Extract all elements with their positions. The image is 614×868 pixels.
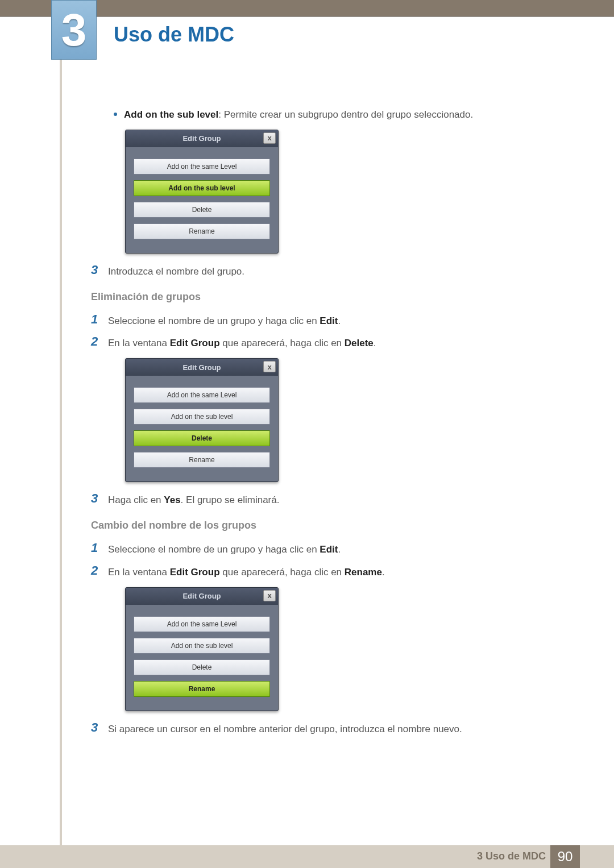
dialog-body: Add on the same Level Add on the sub lev… xyxy=(126,605,278,711)
step-text: Haga clic en Yes. El grupo se eliminará. xyxy=(108,492,279,507)
chapter-title: Uso de MDC xyxy=(114,23,234,47)
edit-group-dialog-rename: Edit Group x Add on the same Level Add o… xyxy=(125,587,279,711)
step-text: En la ventana Edit Group que aparecerá, … xyxy=(108,564,385,579)
step-text: Si aparece un cursor en el nombre anteri… xyxy=(108,721,462,736)
close-icon[interactable]: x xyxy=(263,132,276,144)
close-icon[interactable]: x xyxy=(263,590,276,601)
delete-section-heading: Eliminación de grupos xyxy=(91,291,569,303)
rename-step-2: 2 En la ventana Edit Group que aparecerá… xyxy=(91,564,569,579)
step-number: 2 xyxy=(91,335,108,348)
footer-chapter-ref: 3 Uso de MDC xyxy=(477,850,546,862)
rename-button[interactable]: Rename xyxy=(134,452,270,468)
rename-button[interactable]: Rename xyxy=(134,223,270,239)
dialog-title: Edit Group xyxy=(182,134,221,143)
step-text: Seleccione el nombre de un grupo y haga … xyxy=(108,313,341,328)
add-sub-level-button[interactable]: Add on the sub level xyxy=(134,180,270,196)
intro-bold: Add on the sub level xyxy=(124,109,218,120)
dialog-body: Add on the same Level Add on the sub lev… xyxy=(126,376,278,481)
rename-step-3: 3 Si aparece un cursor en el nombre ante… xyxy=(91,721,569,736)
delete-step-2: 2 En la ventana Edit Group que aparecerá… xyxy=(91,335,569,350)
rename-button[interactable]: Rename xyxy=(134,681,270,697)
step-text: Introduzca el nombre del grupo. xyxy=(108,264,244,279)
page-content: Add on the sub level: Permite crear un s… xyxy=(91,108,569,744)
dialog-titlebar: Edit Group x xyxy=(126,588,278,605)
edit-group-dialog-add: Edit Group x Add on the same Level Add o… xyxy=(125,130,279,254)
add-sub-level-button[interactable]: Add on the sub level xyxy=(134,409,270,425)
left-margin-strip xyxy=(60,0,62,868)
footer-page-number: 90 xyxy=(550,845,580,868)
delete-step-1: 1 Seleccione el nombre de un grupo y hag… xyxy=(91,313,569,328)
dialog-titlebar: Edit Group x xyxy=(126,130,278,147)
step-number: 3 xyxy=(91,492,108,505)
step-number: 3 xyxy=(91,721,108,734)
chapter-number: 3 xyxy=(61,4,87,56)
step-number: 2 xyxy=(91,564,108,577)
dialog-title: Edit Group xyxy=(182,592,221,600)
intro-bullet: Add on the sub level: Permite crear un s… xyxy=(114,108,569,122)
delete-button[interactable]: Delete xyxy=(134,659,270,675)
close-icon[interactable]: x xyxy=(263,361,276,372)
dialog-body: Add on the same Level Add on the sub lev… xyxy=(126,147,278,253)
bullet-icon xyxy=(114,113,117,116)
dialog-title: Edit Group xyxy=(182,363,221,372)
step-3-intro: 3 Introduzca el nombre del grupo. xyxy=(91,264,569,279)
rename-section-heading: Cambio del nombre de los grupos xyxy=(91,520,569,531)
step-text: Seleccione el nombre de un grupo y haga … xyxy=(108,542,341,556)
step-number: 1 xyxy=(91,542,108,554)
delete-step-3: 3 Haga clic en Yes. El grupo se eliminar… xyxy=(91,492,569,507)
step-number: 3 xyxy=(91,264,108,276)
edit-group-dialog-delete: Edit Group x Add on the same Level Add o… xyxy=(125,358,279,482)
intro-text: Add on the sub level: Permite crear un s… xyxy=(124,108,473,122)
step-number: 1 xyxy=(91,313,108,326)
add-same-level-button[interactable]: Add on the same Level xyxy=(134,159,270,175)
add-sub-level-button[interactable]: Add on the sub level xyxy=(134,638,270,654)
delete-button[interactable]: Delete xyxy=(134,202,270,218)
step-text: En la ventana Edit Group que aparecerá, … xyxy=(108,335,376,350)
delete-button[interactable]: Delete xyxy=(134,430,270,446)
chapter-number-badge: 3 xyxy=(51,0,97,60)
rename-step-1: 1 Seleccione el nombre de un grupo y hag… xyxy=(91,542,569,556)
add-same-level-button[interactable]: Add on the same Level xyxy=(134,616,270,632)
add-same-level-button[interactable]: Add on the same Level xyxy=(134,387,270,403)
intro-rest: : Permite crear un subgrupo dentro del g… xyxy=(218,109,473,120)
dialog-titlebar: Edit Group x xyxy=(126,359,278,376)
